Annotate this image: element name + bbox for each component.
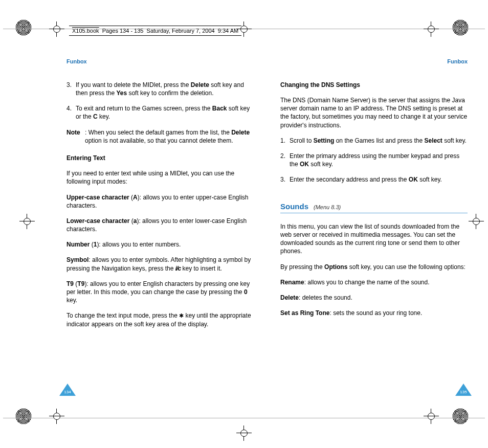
- list-text: Scroll to Setting on the Games list and …: [290, 137, 468, 145]
- list-number: 2.: [280, 152, 290, 168]
- body-text: Number (1): allows you to enter numbers.: [66, 240, 254, 249]
- page-time: 9:34 AM: [218, 28, 238, 34]
- list-item: 2. Enter the primary address using the n…: [280, 152, 468, 168]
- body-text: If you need to enter text while using a …: [66, 169, 254, 186]
- body-text: T9 (T9): allows you to enter English cha…: [66, 280, 254, 305]
- body-text: Rename: allows you to change the name of…: [280, 278, 468, 286]
- star-key-icon: ✱: [179, 312, 184, 319]
- body-text: Set as Ring Tone: sets the sound as your…: [280, 309, 468, 317]
- insert-key-icon: i/c: [175, 265, 181, 272]
- reg-mark-br: [452, 408, 473, 429]
- page-number-left: 134: [59, 384, 76, 396]
- body-text: Symbol: allows you to enter symbols. Aft…: [66, 256, 254, 272]
- reg-mark-tl: [15, 19, 36, 40]
- list-item: 3. If you want to delete the MIDlet, pre…: [66, 81, 254, 97]
- top-rule: [3, 29, 54, 29]
- body-text: Delete: deletes the sound.: [280, 294, 468, 302]
- list-item: 4. To exit and return to the Games scree…: [66, 104, 254, 121]
- crop-mark: [424, 21, 439, 38]
- note-label: Note: [66, 129, 80, 136]
- list-text: Enter the secondary address and press th…: [290, 175, 468, 184]
- crop-mark: [424, 409, 439, 425]
- heading-dns: Changing the DNS Settings: [280, 81, 468, 89]
- list-text: If you want to delete the MIDlet, press …: [76, 81, 254, 97]
- menu-tag: (Menu 8.3): [314, 204, 341, 211]
- list-number: 3.: [66, 81, 76, 97]
- right-column: Funbox Changing the DNS Settings The DNS…: [280, 58, 468, 382]
- reg-mark-tr: [452, 19, 473, 40]
- body-text: Lower-case character (a): allows you to …: [66, 217, 254, 233]
- body-text: By pressing the Options soft key, you ca…: [280, 263, 468, 271]
- body-text: Upper-case character (A): allows you to …: [66, 193, 254, 210]
- page-header: X105.book Pages 134 - 135 Saturday, Febr…: [69, 26, 241, 36]
- page-range: Pages 134 - 135: [102, 28, 144, 34]
- section-label-right: Funbox: [280, 58, 468, 65]
- list-text: Enter the primary address using the numb…: [290, 152, 468, 168]
- reg-mark-bl: [15, 408, 36, 429]
- body-text: To change the text input mode, press the…: [66, 311, 254, 328]
- note-block: Note : When you select the default games…: [66, 128, 254, 145]
- bottom-rule: [3, 418, 485, 418]
- page-date: Saturday, February 7, 2004: [147, 28, 215, 34]
- body-text: The DNS (Domain Name Server) is the serv…: [280, 96, 468, 129]
- list-number: 1.: [280, 137, 290, 145]
- list-text: To exit and return to the Games screen, …: [76, 104, 254, 121]
- section-label-left: Funbox: [66, 58, 254, 65]
- heading-entering-text: Entering Text: [66, 154, 254, 162]
- crop-mark: [49, 409, 64, 425]
- crop-mark: [49, 21, 64, 38]
- left-column: Funbox 3. If you want to delete the MIDl…: [66, 58, 254, 382]
- list-item: 3. Enter the secondary address and press…: [280, 175, 468, 184]
- body-text: In this menu, you can view the list of s…: [280, 222, 468, 256]
- list-item: 1. Scroll to Setting on the Games list a…: [280, 137, 468, 145]
- list-number: 3.: [280, 175, 290, 184]
- heading-sounds-title: Sounds: [280, 201, 308, 212]
- page-number-right: 135: [455, 384, 472, 396]
- book-name: X105.book: [72, 28, 99, 34]
- list-number: 4.: [66, 104, 76, 121]
- heading-sounds: Sounds (Menu 8.3): [280, 201, 468, 213]
